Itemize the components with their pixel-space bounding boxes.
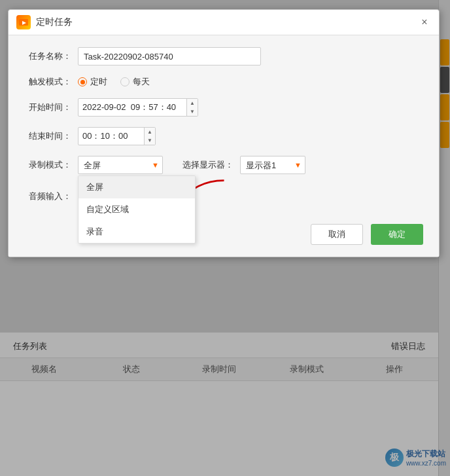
end-time-spinner: ▲ ▼ [144, 128, 155, 145]
start-time-down[interactable]: ▼ [187, 107, 198, 116]
task-name-label: 任务名称： [24, 50, 71, 62]
end-time-input[interactable] [78, 132, 144, 141]
trigger-label: 触发模式： [24, 76, 71, 88]
app-icon [16, 15, 31, 29]
dialog-body: 任务名称： 触发模式： 定时 每天 开始时间： [9, 35, 439, 257]
end-time-label: 结束时间： [24, 130, 71, 142]
dropdown-item-fullscreen[interactable]: 全屏 [78, 176, 195, 198]
record-mode-label: 录制模式： [24, 159, 71, 171]
task-name-row: 任务名称： [24, 47, 423, 65]
radio-scheduled-label: 定时 [90, 76, 107, 88]
end-time-wrap: ▲ ▼ [78, 127, 156, 145]
record-mode-row: 录制模式： 全屏 自定义区域 录音 ▼ 全屏 自定义区域 录音 [24, 156, 423, 174]
monitor-section: 选择显示器： 显示器1 ▼ [163, 156, 305, 174]
cancel-button[interactable]: 取消 [311, 224, 363, 245]
record-mode-select-wrap: 全屏 自定义区域 录音 ▼ 全屏 自定义区域 录音 [78, 156, 163, 174]
start-time-up[interactable]: ▲ [187, 99, 198, 107]
radio-daily-label: 每天 [133, 76, 150, 88]
start-time-row: 开始时间： ▲ ▼ [24, 98, 423, 117]
close-button[interactable]: × [418, 16, 431, 29]
record-mode-select[interactable]: 全屏 自定义区域 录音 [78, 156, 163, 174]
monitor-label: 选择显示器： [182, 159, 234, 171]
trigger-mode-row: 触发模式： 定时 每天 [24, 76, 423, 88]
trigger-radio-group: 定时 每天 [78, 76, 150, 88]
start-time-input[interactable] [78, 103, 186, 113]
dialog-title: 定时任务 [36, 16, 73, 28]
confirm-button[interactable]: 确定 [371, 224, 423, 245]
end-time-down[interactable]: ▼ [145, 136, 155, 145]
start-time-label: 开始时间： [24, 101, 71, 113]
start-time-spinner: ▲ ▼ [186, 99, 198, 116]
dropdown-item-custom[interactable]: 自定义区域 [78, 198, 195, 221]
start-time-wrap: ▲ ▼ [78, 98, 198, 117]
monitor-select-wrap: 显示器1 ▼ [240, 156, 305, 174]
record-mode-dropdown: 全屏 自定义区域 录音 [78, 175, 196, 244]
monitor-select[interactable]: 显示器1 [240, 156, 305, 174]
end-time-up[interactable]: ▲ [145, 128, 155, 136]
dialog-titlebar: 定时任务 × [9, 10, 439, 35]
audio-label: 音频输入： [24, 191, 71, 202]
radio-daily-circle [120, 77, 130, 86]
radio-scheduled[interactable]: 定时 [78, 76, 107, 88]
dropdown-item-audio[interactable]: 录音 [78, 221, 195, 243]
end-time-row: 结束时间： ▲ ▼ [24, 127, 423, 145]
dialog: 定时任务 × 任务名称： 触发模式： 定时 每天 [8, 9, 440, 257]
radio-scheduled-circle [78, 77, 87, 86]
task-name-input[interactable] [78, 47, 261, 65]
radio-daily[interactable]: 每天 [120, 76, 150, 88]
title-left: 定时任务 [16, 15, 73, 29]
